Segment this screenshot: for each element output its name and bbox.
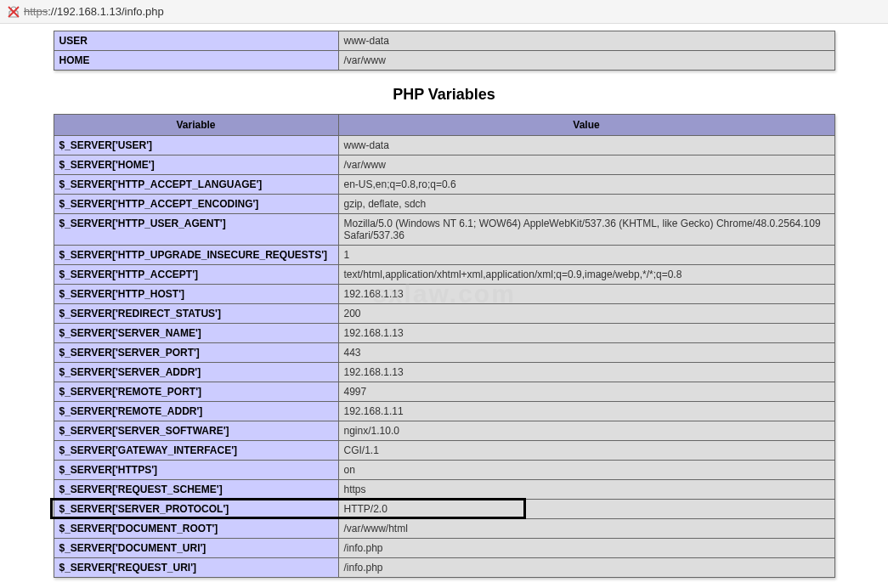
variable-name-cell: $_SERVER['HTTP_ACCEPT'] [54, 265, 338, 285]
table-row: $_SERVER['HOME']/var/www [54, 155, 834, 175]
variable-value-cell: https [338, 480, 834, 500]
variable-value-cell: 192.168.1.11 [338, 402, 834, 421]
table-row: HOME/var/www [54, 51, 834, 71]
table-row: $_SERVER['HTTP_ACCEPT_LANGUAGE']en-US,en… [54, 175, 834, 195]
table-row: $_SERVER['HTTPS']on [54, 461, 834, 480]
table-row: $_SERVER['SERVER_PROTOCOL']HTTP/2.0 [54, 500, 834, 519]
table-row: $_SERVER['USER']www-data [54, 136, 834, 155]
env-key-cell: HOME [54, 51, 338, 71]
url-display[interactable]: https://192.168.1.13/info.php [24, 5, 164, 18]
table-row: $_SERVER['HTTP_ACCEPT_ENCODING']gzip, de… [54, 195, 834, 214]
variable-value-cell: 200 [338, 304, 834, 324]
variable-value-cell: /info.php [338, 539, 834, 558]
variable-value-cell: HTTP/2.0 [338, 500, 834, 519]
table-row: $_SERVER['SERVER_ADDR']192.168.1.13 [54, 363, 834, 382]
variable-name-cell: $_SERVER['SERVER_PORT'] [54, 343, 338, 363]
browser-address-bar[interactable]: https://192.168.1.13/info.php [0, 0, 888, 24]
table-row: $_SERVER['REDIRECT_STATUS']200 [54, 304, 834, 324]
variable-value-cell: 192.168.1.13 [338, 324, 834, 343]
variable-value-cell: gzip, deflate, sdch [338, 195, 834, 214]
variable-value-cell: 192.168.1.13 [338, 285, 834, 304]
table-row: $_SERVER['HTTP_UPGRADE_INSECURE_REQUESTS… [54, 246, 834, 265]
variable-name-cell: $_SERVER['REQUEST_URI'] [54, 558, 338, 578]
variable-value-cell: 192.168.1.13 [338, 363, 834, 382]
table-row: $_SERVER['REMOTE_PORT']4997 [54, 382, 834, 402]
variable-name-cell: $_SERVER['USER'] [54, 136, 338, 155]
table-row: USERwww-data [54, 31, 834, 51]
variable-value-cell: en-US,en;q=0.8,ro;q=0.6 [338, 175, 834, 195]
variable-value-cell: CGI/1.1 [338, 441, 834, 461]
table-row: $_SERVER['HTTP_USER_AGENT']Mozilla/5.0 (… [54, 214, 834, 246]
variable-name-cell: $_SERVER['DOCUMENT_ROOT'] [54, 519, 338, 539]
variable-name-cell: $_SERVER['REMOTE_ADDR'] [54, 402, 338, 421]
env-key-cell: USER [54, 31, 338, 51]
table-row: $_SERVER['DOCUMENT_URI']/info.php [54, 539, 834, 558]
variable-value-cell: /info.php [338, 558, 834, 578]
table-row: $_SERVER['SERVER_SOFTWARE']nginx/1.10.0 [54, 421, 834, 441]
variable-name-cell: $_SERVER['SERVER_ADDR'] [54, 363, 338, 382]
url-protocol-strike: https [24, 5, 48, 18]
variable-value-cell: /var/www/html [338, 519, 834, 539]
variable-name-cell: $_SERVER['HTTP_ACCEPT_ENCODING'] [54, 195, 338, 214]
variable-name-cell: $_SERVER['DOCUMENT_URI'] [54, 539, 338, 558]
variable-name-cell: $_SERVER['REMOTE_PORT'] [54, 382, 338, 402]
variable-value-cell: Mozilla/5.0 (Windows NT 6.1; WOW64) Appl… [338, 214, 834, 246]
env-value-cell: www-data [338, 31, 834, 51]
variable-value-cell: 4997 [338, 382, 834, 402]
variable-name-cell: $_SERVER['HTTP_ACCEPT_LANGUAGE'] [54, 175, 338, 195]
variable-value-cell: /var/www [338, 155, 834, 175]
table-row: $_SERVER['GATEWAY_INTERFACE']CGI/1.1 [54, 441, 834, 461]
php-variables-table: Variable Value $_SERVER['USER']www-data$… [54, 114, 835, 578]
table-header-row: Variable Value [54, 115, 834, 136]
url-path: ://192.168.1.13/info.php [48, 5, 164, 18]
variable-name-cell: $_SERVER['HTTP_USER_AGENT'] [54, 214, 338, 246]
variable-value-cell: 1 [338, 246, 834, 265]
variable-name-cell: $_SERVER['SERVER_SOFTWARE'] [54, 421, 338, 441]
variable-name-cell: $_SERVER['GATEWAY_INTERFACE'] [54, 441, 338, 461]
variable-name-cell: $_SERVER['REQUEST_SCHEME'] [54, 480, 338, 500]
variable-name-cell: $_SERVER['SERVER_NAME'] [54, 324, 338, 343]
variable-name-cell: $_SERVER['HTTPS'] [54, 461, 338, 480]
variable-name-cell: $_SERVER['SERVER_PROTOCOL'] [54, 500, 338, 519]
table-row: $_SERVER['REMOTE_ADDR']192.168.1.11 [54, 402, 834, 421]
table-row: $_SERVER['SERVER_NAME']192.168.1.13 [54, 324, 834, 343]
column-header-variable: Variable [54, 115, 338, 136]
table-row: $_SERVER['REQUEST_URI']/info.php [54, 558, 834, 578]
table-row: $_SERVER['HTTP_HOST']192.168.1.13 [54, 285, 834, 304]
table-row: $_SERVER['REQUEST_SCHEME']https [54, 480, 834, 500]
variable-value-cell: text/html,application/xhtml+xml,applicat… [338, 265, 834, 285]
section-heading-php-variables: PHP Variables [0, 86, 888, 104]
variable-value-cell: www-data [338, 136, 834, 155]
variable-name-cell: $_SERVER['HTTP_UPGRADE_INSECURE_REQUESTS… [54, 246, 338, 265]
column-header-value: Value [338, 115, 834, 136]
variable-value-cell: nginx/1.10.0 [338, 421, 834, 441]
table-row: $_SERVER['DOCUMENT_ROOT']/var/www/html [54, 519, 834, 539]
page-content: USERwww-dataHOME/var/www PHP Variables V… [0, 24, 888, 585]
variable-name-cell: $_SERVER['HOME'] [54, 155, 338, 175]
variable-value-cell: 443 [338, 343, 834, 363]
ssl-error-icon [7, 5, 20, 19]
variable-name-cell: $_SERVER['HTTP_HOST'] [54, 285, 338, 304]
table-row: $_SERVER['HTTP_ACCEPT']text/html,applica… [54, 265, 834, 285]
variable-name-cell: $_SERVER['REDIRECT_STATUS'] [54, 304, 338, 324]
variable-value-cell: on [338, 461, 834, 480]
env-value-cell: /var/www [338, 51, 834, 71]
table-row: $_SERVER['SERVER_PORT']443 [54, 343, 834, 363]
environment-table: USERwww-dataHOME/var/www [54, 31, 835, 71]
